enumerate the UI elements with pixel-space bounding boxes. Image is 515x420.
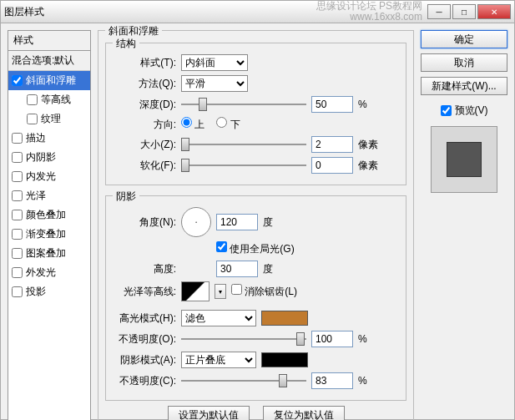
global-light-check[interactable]: 使用全局光(G): [216, 241, 295, 256]
hl-opacity-unit: %: [358, 333, 383, 345]
highlight-mode-select[interactable]: 滤色: [181, 310, 256, 326]
style-label: 光泽: [26, 189, 46, 203]
size-label: 大小(Z):: [113, 138, 176, 152]
soften-label: 软化(F):: [113, 159, 176, 173]
style-check[interactable]: [12, 248, 23, 259]
style-label: 等高线: [41, 93, 71, 107]
style-label: 样式(T):: [113, 56, 176, 70]
style-item-bevel[interactable]: 斜面和浮雕: [8, 71, 90, 90]
style-item-satin[interactable]: 光泽: [8, 186, 90, 205]
style-check[interactable]: [12, 190, 23, 201]
shadow-opacity-input[interactable]: [311, 372, 353, 389]
angle-input[interactable]: [216, 214, 258, 230]
size-unit: 像素: [358, 138, 383, 152]
layer-style-dialog: 图层样式 思缘设计论坛 PS教程网 www.16xx8.com ─ □ ✕ 样式…: [0, 0, 515, 420]
style-item-gradient-overlay[interactable]: 渐变叠加: [8, 225, 90, 244]
style-item-outer-glow[interactable]: 外发光: [8, 263, 90, 282]
shadow-opacity-label: 不透明度(C):: [113, 374, 176, 388]
structure-title: 结构: [113, 37, 139, 51]
watermark: 思缘设计论坛 PS教程网 www.16xx8.com: [316, 1, 422, 23]
style-item-contour[interactable]: 等高线: [8, 90, 90, 109]
highlight-opacity-slider[interactable]: [181, 331, 306, 347]
highlight-color-swatch[interactable]: [261, 311, 308, 326]
style-check[interactable]: [12, 286, 23, 297]
preview-box: [431, 126, 497, 193]
shadow-color-swatch[interactable]: [261, 352, 308, 367]
style-item-pattern-overlay[interactable]: 图案叠加: [8, 244, 90, 263]
style-label: 内阴影: [26, 150, 56, 164]
altitude-input[interactable]: [216, 261, 258, 277]
depth-input[interactable]: [311, 96, 353, 113]
gloss-contour-label: 光泽等高线:: [113, 285, 176, 299]
antialias-checkbox[interactable]: [231, 284, 242, 295]
style-check[interactable]: [12, 267, 23, 278]
maximize-button[interactable]: □: [452, 4, 476, 19]
style-label: 描边: [26, 131, 46, 145]
preview-thumbnail: [447, 142, 482, 177]
technique-select[interactable]: 平滑: [181, 75, 248, 92]
size-slider[interactable]: [181, 137, 306, 152]
style-item-drop-shadow[interactable]: 投影: [8, 282, 90, 301]
angle-label: 角度(N):: [113, 215, 176, 230]
shadow-mode-select[interactable]: 正片叠底: [181, 352, 256, 368]
depth-unit: %: [358, 99, 383, 110]
reset-default-button[interactable]: 复位为默认值: [263, 406, 345, 420]
structure-group: 结构 样式(T): 内斜面 方法(Q): 平滑 深度(D): %: [105, 43, 406, 185]
style-label: 内发光: [26, 170, 56, 184]
style-select[interactable]: 内斜面: [181, 54, 248, 71]
blend-options-label: 混合选项:默认: [12, 53, 74, 68]
size-input[interactable]: [311, 136, 353, 153]
styles-header[interactable]: 样式: [8, 30, 91, 50]
shadow-opacity-slider[interactable]: [181, 373, 306, 388]
style-item-texture[interactable]: 纹理: [8, 109, 90, 129]
titlebar: 图层样式 思缘设计论坛 PS教程网 www.16xx8.com ─ □ ✕: [1, 1, 514, 23]
style-item-stroke[interactable]: 描边: [8, 129, 90, 148]
blend-options-item[interactable]: 混合选项:默认: [8, 51, 90, 71]
soften-slider[interactable]: [181, 158, 306, 173]
style-check-texture[interactable]: [27, 114, 38, 124]
angle-dial[interactable]: ・: [181, 207, 211, 237]
technique-label: 方法(Q):: [113, 77, 176, 91]
style-check[interactable]: [12, 133, 23, 144]
preview-label: 预览(V): [455, 104, 488, 118]
soften-input[interactable]: [311, 157, 353, 174]
new-style-button[interactable]: 新建样式(W)...: [421, 77, 507, 95]
direction-up-radio[interactable]: [181, 117, 192, 128]
window-title: 图层样式: [4, 5, 44, 19]
minimize-button[interactable]: ─: [427, 4, 451, 19]
antialias-check[interactable]: 消除锯齿(L): [231, 284, 297, 299]
make-default-button[interactable]: 设置为默认值: [168, 406, 250, 420]
global-light-checkbox[interactable]: [216, 241, 227, 252]
style-check[interactable]: [12, 210, 23, 220]
direction-down[interactable]: 下: [216, 117, 240, 132]
gloss-contour-swatch[interactable]: [181, 281, 210, 301]
style-item-inner-glow[interactable]: 内发光: [8, 167, 90, 186]
style-check[interactable]: [12, 229, 23, 240]
highlight-opacity-label: 不透明度(O):: [113, 332, 176, 347]
style-check[interactable]: [12, 171, 23, 182]
altitude-label: 高度:: [113, 262, 176, 276]
close-button[interactable]: ✕: [477, 4, 511, 19]
direction-down-radio[interactable]: [216, 117, 227, 128]
bevel-group: 斜面和浮雕 结构 样式(T): 内斜面 方法(Q): 平滑 深度(D):: [98, 30, 414, 420]
style-check-contour[interactable]: [27, 94, 38, 105]
highlight-opacity-input[interactable]: [311, 331, 353, 347]
style-label: 纹理: [41, 112, 61, 126]
direction-up[interactable]: 上: [181, 117, 204, 132]
style-label: 投影: [26, 285, 46, 299]
shading-group: 阴影 角度(N): ・ 度 使用全局光(G) 高度:: [105, 195, 406, 401]
style-label: 颜色叠加: [26, 208, 66, 222]
style-item-inner-shadow[interactable]: 内阴影: [8, 148, 90, 167]
ok-button[interactable]: 确定: [421, 30, 507, 48]
style-item-color-overlay[interactable]: 颜色叠加: [8, 205, 90, 225]
shadow-mode-label: 阴影模式(A):: [113, 353, 176, 367]
chevron-down-icon[interactable]: ▾: [215, 284, 226, 299]
styles-sidebar: 样式 混合选项:默认 斜面和浮雕 等高线 纹理 描边 内阴影: [8, 30, 91, 420]
style-check-bevel[interactable]: [12, 75, 23, 86]
depth-slider[interactable]: [181, 97, 306, 112]
cancel-button[interactable]: 取消: [421, 53, 507, 72]
angle-unit: 度: [263, 215, 288, 230]
direction-label: 方向:: [113, 118, 176, 132]
preview-checkbox[interactable]: [441, 105, 452, 116]
style-check[interactable]: [12, 152, 23, 163]
